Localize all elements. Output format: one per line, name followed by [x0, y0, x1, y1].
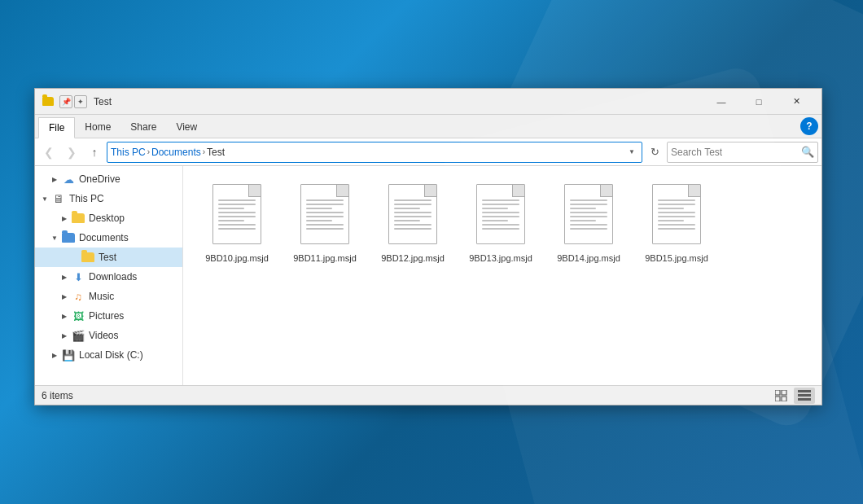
doc-line [570, 208, 596, 209]
sidebar-item-localdisk[interactable]: ▶ 💾 Local Disk (C:) [35, 345, 182, 365]
svg-rect-0 [775, 390, 780, 395]
expand-arrow-localdisk: ▶ [48, 345, 61, 365]
doc-line [218, 199, 256, 201]
file-item-3[interactable]: 9BD13.jpg.msjd [460, 179, 541, 269]
sidebar-item-test[interactable]: ▶ Test [35, 248, 182, 267]
expand-arrow-pictures: ▶ [58, 306, 71, 326]
file-name-3: 9BD13.jpg.msjd [469, 252, 532, 264]
file-icon-4 [559, 184, 618, 249]
doc-line [482, 216, 519, 217]
file-icon-3 [471, 184, 530, 249]
tab-share[interactable]: Share [120, 116, 166, 138]
sidebar-label-videos: Videos [89, 330, 118, 341]
expand-arrow-onedrive: ▶ [48, 169, 61, 189]
doc-line [218, 212, 256, 213]
address-row: ❮ ❯ ↑ This PC › Documents › Test ▼ ↻ 🔍 [35, 138, 821, 166]
doc-line [306, 212, 344, 213]
help-button[interactable]: ? [800, 117, 818, 135]
file-item-5[interactable]: 9BD15.jpg.msjd [636, 179, 717, 269]
doc-line [658, 224, 695, 226]
doc-line [218, 224, 256, 226]
sidebar-label-documents: Documents [79, 232, 129, 243]
search-input[interactable] [671, 147, 801, 158]
tab-home[interactable]: Home [75, 116, 120, 138]
addr-documents[interactable]: Documents [151, 147, 201, 158]
status-bar: 6 items [35, 385, 821, 405]
doc-shape-0 [212, 184, 261, 244]
file-item-2[interactable]: 9BD12.jpg.msjd [372, 179, 453, 269]
file-item-1[interactable]: 9BD11.jpg.msjd [284, 179, 366, 269]
ribbon-tabs: File Home Share View ? [35, 115, 821, 138]
doc-shape-3 [476, 184, 525, 244]
doc-line [482, 220, 508, 221]
search-icon[interactable]: 🔍 [801, 146, 814, 158]
svg-rect-6 [798, 398, 811, 401]
grid-view-button[interactable] [771, 388, 792, 404]
up-button[interactable]: ↑ [84, 142, 105, 163]
window-controls: — □ ✕ [703, 89, 815, 115]
file-item-4[interactable]: 9BD14.jpg.msjd [548, 179, 629, 269]
doc-line [394, 204, 432, 205]
doc-line [482, 204, 519, 205]
file-item-0[interactable]: 9BD10.jpg.msjd [196, 179, 278, 269]
close-button[interactable]: ✕ [778, 89, 815, 115]
folder-title-icon [42, 97, 54, 106]
addr-this-pc[interactable]: This PC [111, 147, 146, 158]
forward-button[interactable]: ❯ [61, 142, 82, 163]
main-area: ▶ ☁ OneDrive ▼ 🖥 This PC ▶ Des [35, 166, 821, 385]
detail-view-button[interactable] [794, 388, 815, 404]
sidebar-item-thispc[interactable]: ▼ 🖥 This PC [35, 189, 182, 208]
pin-button[interactable]: 📌 [59, 95, 72, 108]
doc-lines-0 [218, 199, 256, 230]
doc-line [482, 212, 519, 213]
doc-line [394, 208, 420, 209]
sidebar-label-downloads: Downloads [89, 271, 137, 283]
minimize-button[interactable]: — [703, 89, 740, 115]
documents-icon [61, 230, 76, 245]
pictures-icon: 🖼 [71, 309, 85, 323]
detail-view-icon [798, 390, 811, 401]
address-dropdown-arrow[interactable]: ▼ [625, 142, 638, 163]
doc-line [306, 204, 344, 205]
status-item-count: 6 items [42, 390, 771, 401]
expand-arrow-downloads: ▶ [58, 267, 71, 287]
maximize-button[interactable]: □ [740, 89, 778, 115]
doc-line [306, 216, 344, 217]
sidebar-item-music[interactable]: ▶ ♫ Music [35, 287, 182, 306]
quick-access-button[interactable]: ✦ [74, 95, 87, 108]
doc-shape-4 [564, 184, 613, 244]
doc-line [482, 224, 519, 226]
sidebar-item-downloads[interactable]: ▶ ⬇ Downloads [35, 267, 182, 287]
sidebar-item-documents[interactable]: ▼ Documents [35, 228, 182, 248]
tab-view[interactable]: View [166, 116, 207, 138]
address-bar[interactable]: This PC › Documents › Test ▼ [107, 142, 642, 163]
svg-rect-2 [775, 397, 780, 401]
refresh-button[interactable]: ↻ [644, 142, 665, 163]
onedrive-icon: ☁ [61, 172, 76, 186]
svg-rect-1 [782, 390, 786, 395]
sidebar-label-music: Music [89, 291, 114, 302]
sidebar-label-thispc: This PC [69, 193, 104, 204]
doc-lines-3 [482, 199, 519, 230]
doc-line [394, 216, 432, 217]
doc-line [218, 208, 244, 209]
back-button[interactable]: ❮ [38, 142, 59, 163]
sidebar-item-videos[interactable]: ▶ 🎬 Videos [35, 326, 182, 345]
expand-arrow-videos: ▶ [58, 326, 71, 345]
sidebar-item-onedrive[interactable]: ▶ ☁ OneDrive [35, 169, 182, 189]
tab-file[interactable]: File [38, 117, 75, 138]
sidebar-item-desktop[interactable]: ▶ Desktop [35, 208, 182, 228]
doc-line [306, 208, 332, 209]
doc-line [482, 228, 519, 230]
doc-line [306, 224, 344, 226]
doc-line [306, 220, 332, 221]
sidebar-item-pictures[interactable]: ▶ 🖼 Pictures [35, 306, 182, 326]
videos-icon: 🎬 [71, 328, 85, 343]
file-name-1: 9BD11.jpg.msjd [293, 252, 357, 264]
desktop-icon [71, 211, 85, 226]
downloads-icon: ⬇ [71, 270, 85, 284]
sidebar-label-desktop: Desktop [89, 213, 125, 224]
search-box[interactable]: 🔍 [667, 142, 818, 163]
ribbon: File Home Share View ? [35, 115, 821, 138]
file-icon-5 [647, 184, 706, 249]
